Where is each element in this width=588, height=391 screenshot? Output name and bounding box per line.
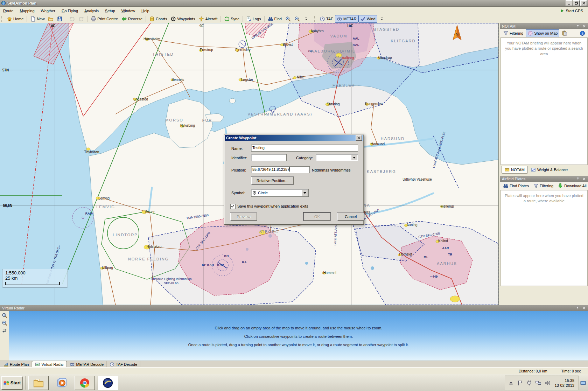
tab-metar-decode[interactable]: METAR Decode	[67, 361, 107, 368]
toolbar-group-1: HomeNewPrint CentreReverseChartsWaypoint…	[0, 15, 311, 23]
toolbar-grip[interactable]	[314, 16, 316, 22]
menu-route[interactable]: Route	[0, 8, 16, 14]
home-button[interactable]: Home	[5, 15, 25, 23]
find-plates-button[interactable]: Find Plates	[501, 182, 531, 190]
sync-button[interactable]: Sync	[222, 15, 241, 23]
taf-button[interactable]: TAF	[318, 15, 335, 23]
menu-weather[interactable]: Weather	[38, 8, 58, 14]
toolbar-grip[interactable]	[1, 16, 4, 22]
dialog-titlebar: Create Waypoint	[225, 135, 363, 141]
save-waypoint-checkbox[interactable]	[230, 204, 236, 209]
charts-button[interactable]: Charts	[147, 15, 169, 23]
position-input[interactable]: 55.673649,11.812357	[251, 166, 310, 173]
close-x-icon[interactable]	[582, 177, 586, 181]
zoom-out-icon	[294, 16, 300, 22]
save-button[interactable]	[55, 15, 64, 23]
find-button[interactable]: Find	[266, 15, 284, 23]
download-all-button[interactable]: Download All	[556, 182, 588, 190]
chevron-up-icon[interactable]	[508, 380, 514, 386]
wind-button[interactable]: Wind	[358, 15, 377, 23]
start-button[interactable]: Start	[1, 376, 22, 390]
name-input[interactable]: Testing	[251, 145, 358, 152]
show-desktop-button[interactable]	[579, 376, 587, 390]
map-scale-distance: 25 km	[5, 275, 65, 281]
pin-icon[interactable]	[575, 306, 580, 310]
new-button[interactable]: New	[28, 15, 46, 23]
map-zoom-in-button[interactable]	[284, 15, 293, 23]
weather-overflow-button[interactable]	[377, 15, 386, 23]
redo-button[interactable]	[77, 15, 86, 23]
zoom-out-icon[interactable]	[2, 320, 7, 326]
pin-icon[interactable]	[576, 177, 580, 181]
menu-analysis[interactable]: Analysis	[81, 8, 102, 14]
logs-button[interactable]: Logs	[244, 15, 263, 23]
ok-button[interactable]: OK	[303, 212, 331, 221]
tab-virtual-radar-label: Virtual Radar	[41, 362, 64, 366]
find-icon	[503, 183, 509, 189]
menu-help[interactable]: Help	[138, 8, 153, 14]
notam-filtering-button[interactable]: Filtering	[501, 29, 525, 37]
print-centre-button[interactable]: Print Centre	[89, 15, 120, 23]
task-media-player-button[interactable]	[51, 376, 72, 390]
tab-virtual-radar[interactable]: Virtual Radar	[32, 361, 67, 368]
start-gps-button[interactable]: Start GPS	[560, 9, 588, 13]
notam-show-on-map-button[interactable]: Show on Map	[526, 29, 559, 37]
identifier-input[interactable]	[251, 154, 287, 161]
notam-placeholder: Your NOTAM briefing will appear here whe…	[500, 37, 588, 165]
power-plug-icon[interactable]	[526, 380, 532, 386]
open-button[interactable]	[46, 15, 55, 23]
speaker-icon[interactable]	[544, 380, 551, 386]
symbol-dropdown-arrow[interactable]	[302, 190, 308, 196]
close-button[interactable]	[580, 0, 587, 6]
start-label: Start	[10, 380, 21, 385]
waypoints-button[interactable]: Waypoints	[169, 15, 197, 23]
aircraft-button[interactable]: Aircraft	[197, 15, 219, 23]
preview-button[interactable]: Preview	[230, 212, 257, 221]
toolbar-overflow-button[interactable]	[302, 15, 311, 23]
swap-arrows-icon[interactable]	[2, 328, 7, 334]
flag-icon[interactable]	[517, 380, 523, 386]
dialog-title: Create Waypoint	[226, 136, 256, 140]
toolbar-separator	[220, 16, 221, 22]
category-dropdown-arrow[interactable]	[351, 155, 357, 160]
close-x-icon[interactable]	[582, 306, 586, 310]
tab-notam[interactable]: NOTAM	[502, 166, 528, 174]
new-document-icon	[30, 16, 36, 22]
tab-weight-balance[interactable]: Weight & Balance	[528, 166, 571, 174]
menu-go-flying[interactable]: Go Flying	[58, 8, 81, 14]
map-zoom-out-button[interactable]	[293, 15, 302, 23]
pin-icon[interactable]	[576, 24, 580, 28]
undo-button[interactable]	[68, 15, 77, 23]
tab-route-plan[interactable]: Route Plan	[1, 361, 32, 368]
funnel-icon	[503, 30, 509, 36]
menu-setup[interactable]: Setup	[102, 8, 118, 14]
tab-taf-decode[interactable]: TAF Decode	[107, 361, 140, 368]
cancel-button[interactable]: Cancel	[337, 212, 364, 221]
menu-window[interactable]: Window	[118, 8, 138, 14]
reverse-button[interactable]: Reverse	[120, 15, 144, 23]
minimize-button[interactable]	[566, 0, 572, 6]
plates-filtering-button[interactable]: Filtering	[531, 182, 555, 190]
dialog-close-button[interactable]	[356, 135, 362, 141]
notam-paste-button[interactable]	[560, 29, 569, 37]
category-dropdown[interactable]	[316, 154, 358, 161]
print-centre-label: Print Centre	[97, 17, 118, 21]
radar-instruction-3: Once a route is plotted, drag a turning …	[9, 341, 588, 349]
zoom-in-icon[interactable]	[2, 313, 7, 318]
paste-icon	[562, 30, 567, 36]
task-skydemon-button[interactable]	[98, 376, 118, 390]
metar-button[interactable]: METAR	[335, 15, 358, 23]
symbol-label: Symbol:	[231, 191, 245, 195]
symbol-dropdown[interactable]: Circle	[251, 189, 309, 197]
statusbar: Distance: 0,0 km Time: 0 sec	[0, 367, 588, 374]
relative-position-button[interactable]: Relative Position...	[251, 176, 294, 185]
notam-help-button[interactable]: ?	[578, 29, 587, 37]
close-x-icon[interactable]	[582, 24, 586, 28]
restore-button[interactable]	[573, 0, 580, 6]
menu-mapping[interactable]: Mapping	[16, 8, 37, 14]
task-explorer-button[interactable]	[28, 376, 49, 390]
logs-icon	[246, 16, 252, 22]
network-icon[interactable]	[535, 380, 541, 386]
task-chrome-button[interactable]	[75, 376, 95, 390]
undo-icon	[69, 16, 75, 22]
